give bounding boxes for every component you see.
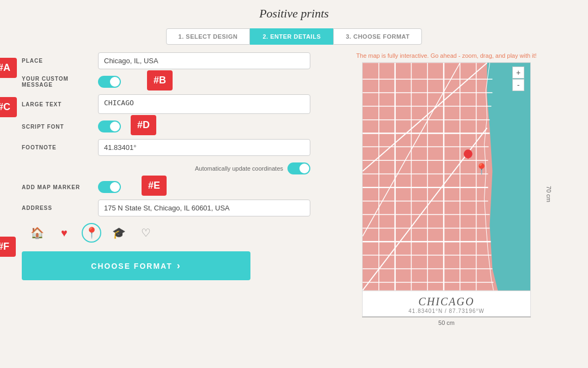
map-label-area: CHICAGO 41.83401°N / 87.73196°W [362, 291, 531, 317]
svg-marker-1 [487, 63, 530, 290]
step-select-design[interactable]: 1. Select Design [166, 28, 250, 45]
auto-update-label: Automatically update coordinates [195, 165, 283, 172]
place-row: Place [22, 52, 310, 69]
icon-home[interactable]: 🏠 [27, 223, 47, 243]
large-text-row: Large Text CHICAGO [22, 94, 310, 114]
map-city-name: CHICAGO [363, 295, 530, 308]
dim-width: 50 cm [362, 319, 531, 326]
step-choose-format[interactable]: 3. Choose Format [333, 28, 422, 45]
address-row: Address [22, 200, 310, 216]
address-label: Address [22, 205, 98, 211]
map-hint: The map is fully interactive. Go ahead -… [356, 52, 536, 59]
annotation-e: #E [142, 176, 167, 196]
footnote-input[interactable] [98, 139, 310, 156]
toggle-knob-4 [110, 182, 120, 192]
custom-message-toggle[interactable] [98, 76, 121, 88]
choose-format-label: CHOOSE FORMAT [91, 262, 172, 270]
icon-row: 🏠 ♥ 📍 🎓 ♡ [27, 223, 310, 243]
map-svg [363, 63, 530, 291]
auto-update-toggle[interactable] [287, 162, 310, 174]
place-input[interactable] [98, 52, 310, 69]
footnote-label: Footnote [22, 144, 98, 150]
icon-graduation[interactable]: 🎓 [109, 223, 128, 243]
zoom-in-button[interactable]: + [512, 67, 524, 79]
large-text-label: Large Text [22, 101, 98, 107]
large-text-input[interactable]: CHICAGO [98, 94, 310, 114]
annotation-c: #C [0, 97, 17, 117]
map-coords: 41.83401°N / 87.73196°W [363, 308, 530, 314]
toggle-knob [110, 77, 120, 87]
icon-pin[interactable]: 📍 [82, 223, 101, 243]
choose-format-arrow: › [177, 260, 181, 272]
map-container: + - 📍 [351, 62, 542, 326]
annotation-f: #F [0, 237, 16, 257]
add-marker-row: Add Map Marker #E [22, 181, 310, 193]
right-panel: The map is fully interactive. Go ahead -… [327, 52, 566, 326]
logo: Positive prints [259, 7, 329, 20]
left-panel: #A Place Your Custom Message #B #C Large… [22, 52, 310, 326]
script-font-row: Script Font #D [22, 120, 310, 132]
annotation-d: #D [131, 115, 156, 135]
icon-heart-solid[interactable]: ♥ [54, 223, 74, 243]
place-label: Place [22, 58, 98, 64]
dim-height: 70 cm [546, 186, 552, 202]
address-input[interactable] [98, 200, 310, 216]
map-frame[interactable] [362, 62, 531, 291]
map-zoom-controls: + - [512, 67, 524, 91]
footnote-row: Footnote [22, 139, 310, 156]
dim-line-bottom [362, 317, 531, 317]
annotation-a: #A [0, 58, 17, 78]
main-layout: #A Place Your Custom Message #B #C Large… [0, 52, 588, 326]
custom-message-row: Your Custom Message #B [22, 76, 310, 88]
add-marker-toggle[interactable] [98, 181, 121, 193]
auto-update-row: Automatically update coordinates [98, 162, 310, 174]
icon-heart-outline[interactable]: ♡ [136, 223, 156, 243]
annotation-b: #B [147, 70, 173, 91]
script-font-label: Script Font [22, 124, 98, 130]
custom-message-label: Your Custom Message [22, 76, 98, 88]
map-marker: 📍 [475, 162, 488, 176]
toggle-knob-2 [110, 122, 120, 131]
script-font-toggle[interactable] [98, 120, 121, 132]
toggle-knob-3 [299, 164, 309, 173]
zoom-out-button[interactable]: - [512, 79, 524, 91]
steps-bar: 1. Select Design 2. Enter Details 3. Cho… [158, 28, 430, 45]
add-marker-label: Add Map Marker [22, 184, 98, 190]
choose-format-button[interactable]: CHOOSE FORMAT › [22, 251, 250, 280]
header: Positive prints [0, 0, 588, 25]
step-enter-details[interactable]: 2. Enter Details [250, 28, 333, 45]
